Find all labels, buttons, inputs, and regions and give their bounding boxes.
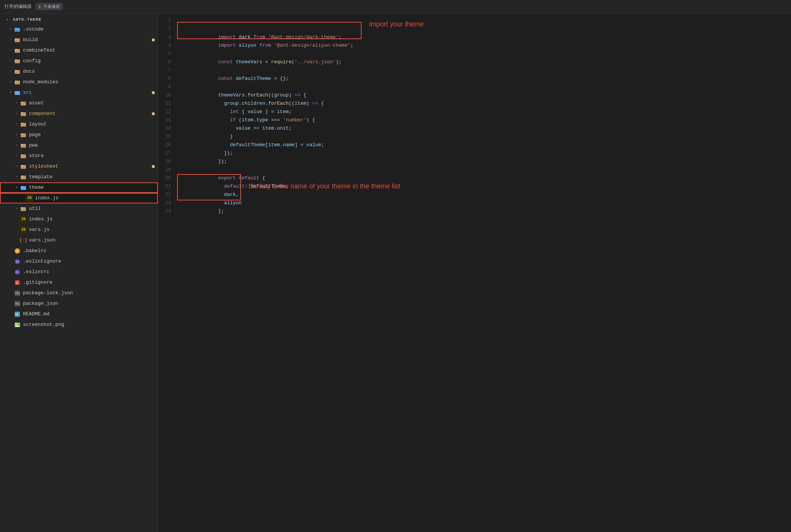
code-line-11: let { value } = item; — [177, 99, 783, 108]
editor-wrapper: 1 2 3 4 5 6 7 8 9 10 11 12 13 14 — [158, 14, 791, 532]
svg-rect-27 — [21, 165, 23, 166]
label-index-src: index.js — [29, 215, 158, 223]
svg-rect-29 — [21, 176, 23, 177]
code-line-9: themeVars.forEach((group) => { — [177, 83, 783, 91]
label-component: component — [29, 110, 152, 118]
sidebar-item-gitignore[interactable]: G .gitignore — [0, 277, 158, 288]
chevron-stylesheet — [14, 162, 20, 171]
svg-text:B: B — [16, 249, 18, 253]
line-numbers: 1 2 3 4 5 6 7 8 9 10 11 12 13 14 — [158, 17, 177, 216]
md-icon: MD — [14, 310, 21, 318]
svg-text:G: G — [16, 281, 18, 285]
code-line-10: group.children.forEach((item) => { — [177, 91, 783, 99]
chevron-store — [14, 152, 20, 160]
sidebar-item-eslintignore[interactable]: ES .eslintignore — [0, 256, 158, 267]
sidebar-item-pkg-lock[interactable]: PKG package-lock.json — [0, 288, 158, 298]
code-line-22: aliyun — [177, 191, 783, 199]
sidebar-item-src[interactable]: src — [0, 87, 158, 98]
code-line-8 — [177, 75, 783, 83]
label-docs: docs — [23, 67, 158, 76]
sidebar-item-pkg[interactable]: PKG package.json — [0, 298, 158, 309]
sidebar-chevron-root — [5, 17, 11, 22]
label-theme: theme — [29, 183, 158, 192]
eslint-icon-rc: ES — [14, 268, 21, 276]
code-line-12: if (item.type === 'number') { — [177, 108, 783, 116]
code-line-2: import dark from '@ant-design/dark-theme… — [177, 25, 783, 33]
svg-rect-33 — [21, 207, 23, 208]
sidebar-item-readme[interactable]: MD README.md — [0, 309, 158, 320]
sidebar-item-vscode[interactable]: .vscode — [0, 24, 158, 35]
sidebar-item-theme[interactable]: theme — [0, 182, 158, 193]
code-line-19: export default { — [177, 166, 783, 174]
svg-text:MD: MD — [15, 313, 18, 316]
sidebar-root-label: ANTD-THEME — [13, 17, 41, 22]
sidebar-item-index-theme[interactable]: JS index.js — [0, 193, 158, 203]
sidebar-item-index-src[interactable]: JS index.js — [0, 214, 158, 225]
code-line-15: defaultTheme[item.name] = value; — [177, 133, 783, 141]
sidebar-item-build[interactable]: build — [0, 35, 158, 45]
folder-icon-page — [20, 131, 27, 139]
code-line-6 — [177, 58, 783, 66]
sidebar-item-vars-json[interactable]: {·} vars.json — [0, 235, 158, 246]
chevron-asset — [14, 99, 20, 107]
top-bar: 打开的编辑器 1 个未保存 — [0, 0, 791, 14]
sidebar-item-layout[interactable]: layout — [0, 119, 158, 130]
sidebar-item-stylesheet[interactable]: stylesheet — [0, 161, 158, 172]
svg-rect-1 — [15, 28, 17, 29]
svg-rect-21 — [21, 133, 23, 135]
unsaved-badge: 1 个未保存 — [35, 3, 63, 10]
sidebar-item-eslintrc[interactable]: ES .eslintrc — [0, 267, 158, 277]
svg-text:ES: ES — [16, 260, 20, 264]
sidebar-item-component[interactable]: component — [0, 109, 158, 119]
sidebar-item-pwa[interactable]: pwa — [0, 140, 158, 151]
code-container: 1 2 3 4 5 6 7 8 9 10 11 12 13 14 — [158, 14, 791, 219]
editor-scroll[interactable]: 1 2 3 4 5 6 7 8 9 10 11 12 13 14 — [158, 14, 791, 532]
code-line-16: }); — [177, 141, 783, 149]
sidebar-item-asset[interactable]: asset — [0, 98, 158, 109]
chevron-template — [14, 173, 20, 181]
sidebar-item-config[interactable]: config — [0, 56, 158, 66]
img-icon — [14, 321, 21, 329]
sidebar[interactable]: ANTD-THEME .vscode build combineTest — [0, 14, 158, 532]
code-line-3: import aliyun from '@ant-design/aliyun-t… — [177, 33, 783, 41]
chevron-vscode — [8, 25, 14, 34]
main-content: ANTD-THEME .vscode build combineTest — [0, 14, 791, 532]
sidebar-item-page[interactable]: page — [0, 130, 158, 140]
folder-icon-build — [14, 36, 21, 44]
svg-rect-19 — [21, 123, 23, 124]
code-line-5: const themeVars = require('../vars.json'… — [177, 50, 783, 58]
chevron-docs — [8, 67, 14, 76]
label-config: config — [23, 57, 158, 65]
label-store: store — [29, 152, 158, 160]
sidebar-item-template[interactable]: template — [0, 172, 158, 182]
code-line-20: default: defaultTheme, — [177, 174, 783, 182]
folder-icon-vscode — [14, 26, 21, 33]
git-icon: G — [14, 279, 21, 286]
svg-rect-31 — [21, 186, 23, 187]
sidebar-item-screenshot[interactable]: screenshot.png — [0, 320, 158, 330]
dot-build — [152, 38, 155, 41]
svg-text:ES: ES — [16, 271, 20, 274]
dot-component — [152, 112, 155, 115]
label-readme: README.md — [23, 310, 158, 318]
sidebar-item-vars-js[interactable]: JS vars.js — [0, 225, 158, 235]
label-stylesheet: stylesheet — [29, 162, 152, 171]
sidebar-item-docs[interactable]: docs — [0, 66, 158, 77]
sidebar-item-babelrc[interactable]: B .babelrc — [0, 246, 158, 256]
chevron-layout — [14, 120, 20, 128]
label-eslintignore: .eslintignore — [23, 257, 158, 266]
chevron-build — [8, 36, 14, 44]
js-icon-index-theme: JS — [26, 194, 33, 202]
svg-rect-25 — [21, 154, 23, 156]
label-build: build — [23, 36, 152, 44]
sidebar-item-store[interactable]: store — [0, 151, 158, 161]
folder-icon-layout — [20, 121, 27, 128]
babelrc-icon: B — [14, 247, 21, 255]
sidebar-item-combineTest[interactable]: combineTest — [0, 45, 158, 56]
label-babelrc: .babelrc — [23, 247, 158, 255]
svg-rect-17 — [21, 112, 23, 113]
folder-icon-combineTest — [14, 47, 21, 54]
folder-icon-pwa — [20, 142, 27, 149]
sidebar-item-util[interactable]: util — [0, 203, 158, 214]
sidebar-item-node-modules[interactable]: node_modules — [0, 77, 158, 87]
